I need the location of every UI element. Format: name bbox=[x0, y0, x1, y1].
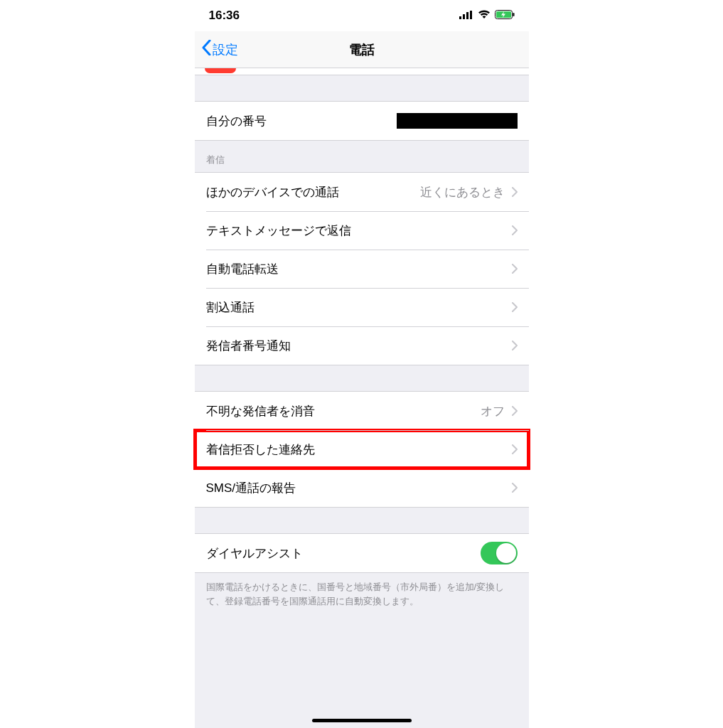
nav-bar: 設定 電話 bbox=[195, 31, 529, 68]
my-number-row[interactable]: 自分の番号 bbox=[195, 102, 529, 140]
chevron-right-icon bbox=[512, 444, 518, 454]
calls-on-other-devices-row[interactable]: ほかのデバイスでの通話 近くにあるとき bbox=[195, 173, 529, 211]
sms-call-reporting-row[interactable]: SMS/通話の報告 bbox=[195, 469, 529, 507]
chevron-right-icon bbox=[512, 264, 518, 274]
chevron-right-icon bbox=[512, 341, 518, 350]
red-badge-fragment bbox=[205, 68, 236, 73]
cell-label: ほかのデバイスでの通話 bbox=[206, 184, 339, 200]
svg-rect-3 bbox=[470, 11, 472, 19]
chevron-right-icon bbox=[512, 483, 518, 493]
svg-rect-2 bbox=[466, 12, 468, 19]
cell-label: 自動電話転送 bbox=[206, 261, 279, 277]
chevron-right-icon bbox=[512, 225, 518, 235]
block-group: 不明な発信者を消音 オフ 着信拒否した連絡先 SMS/通話の報告 bbox=[195, 391, 529, 508]
respond-with-text-row[interactable]: テキストメッセージで返信 bbox=[195, 211, 529, 250]
home-indicator[interactable] bbox=[312, 719, 412, 722]
cell-value: 近くにあるとき bbox=[420, 184, 505, 200]
cell-label: テキストメッセージで返信 bbox=[206, 223, 351, 239]
incoming-group: ほかのデバイスでの通話 近くにあるとき テキストメッセージで返信 自動電話転送 … bbox=[195, 172, 529, 365]
back-label: 設定 bbox=[213, 41, 238, 58]
cell-label: SMS/通話の報告 bbox=[206, 480, 296, 496]
status-bar: 16:36 bbox=[195, 0, 529, 31]
dial-assist-row[interactable]: ダイヤルアシスト bbox=[195, 534, 529, 572]
status-indicators bbox=[459, 9, 515, 23]
back-button[interactable]: 設定 bbox=[202, 40, 238, 59]
phone-settings-screen: 16:36 設定 電話 自分の番号 bbox=[195, 0, 529, 728]
chevron-right-icon bbox=[512, 302, 518, 312]
chevron-right-icon bbox=[512, 406, 518, 416]
dial-assist-footer: 国際電話をかけるときに、国番号と地域番号（市外局番）を追加/変換して、登録電話番… bbox=[195, 573, 529, 615]
silence-unknown-callers-row[interactable]: 不明な発信者を消音 オフ bbox=[195, 392, 529, 430]
page-title: 電話 bbox=[195, 41, 529, 58]
toggle-knob bbox=[496, 543, 516, 563]
my-number-redacted bbox=[397, 113, 518, 129]
cell-label: 発信者番号通知 bbox=[206, 338, 291, 354]
chevron-left-icon bbox=[202, 40, 211, 59]
my-number-group: 自分の番号 bbox=[195, 101, 529, 141]
cellular-icon bbox=[459, 9, 473, 23]
call-waiting-row[interactable]: 割込通話 bbox=[195, 288, 529, 326]
dial-assist-toggle[interactable] bbox=[481, 542, 518, 564]
svg-rect-0 bbox=[459, 16, 461, 19]
cell-label: 着信拒否した連絡先 bbox=[206, 441, 315, 458]
blocked-contacts-row[interactable]: 着信拒否した連絡先 bbox=[195, 430, 529, 469]
call-forwarding-row[interactable]: 自動電話転送 bbox=[195, 250, 529, 288]
cell-label: 割込通話 bbox=[206, 299, 255, 316]
status-time: 16:36 bbox=[209, 9, 240, 23]
incoming-header: 着信 bbox=[195, 141, 529, 172]
my-number-label: 自分の番号 bbox=[206, 113, 267, 129]
wifi-icon bbox=[478, 9, 491, 23]
battery-charging-icon bbox=[495, 9, 515, 23]
svg-rect-1 bbox=[463, 14, 465, 19]
dial-assist-group: ダイヤルアシスト bbox=[195, 533, 529, 573]
chevron-right-icon bbox=[512, 187, 518, 197]
partial-row-top bbox=[195, 68, 529, 75]
cell-label: 不明な発信者を消音 bbox=[206, 403, 315, 419]
cell-value: オフ bbox=[481, 403, 505, 419]
svg-rect-6 bbox=[513, 13, 514, 16]
show-caller-id-row[interactable]: 発信者番号通知 bbox=[195, 326, 529, 365]
cell-label: ダイヤルアシスト bbox=[206, 545, 303, 562]
